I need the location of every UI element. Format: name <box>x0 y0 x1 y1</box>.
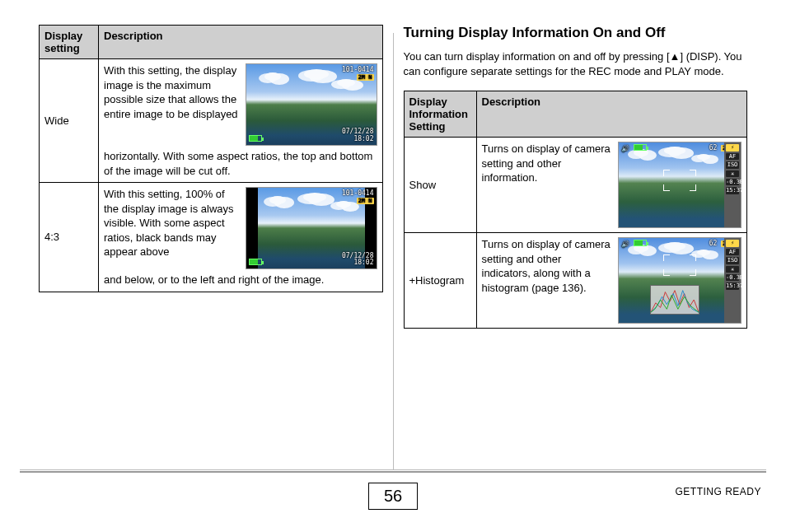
description-text: Turns on display of camera setting and o… <box>482 142 612 185</box>
description-text-rest: and below, or to the left and right of t… <box>104 273 377 287</box>
osd-right-sidebar: ⚡ AF ISO ✳ -0.3EV 15:37 <box>724 238 741 323</box>
clock-icon: 15:37 <box>726 187 739 194</box>
iso-icon: ISO <box>726 257 739 264</box>
ev-icon: -0.3EV <box>726 179 739 185</box>
left-column: Display setting Description Wide With th… <box>29 25 393 469</box>
footer-rule <box>20 469 766 473</box>
table-row: +Histogram Turns on display of camera se… <box>404 233 747 329</box>
section-heading: Turning Display Information On and Off <box>404 25 748 41</box>
example-screenshot-wide: 101-0414 2M N 07/12/28 18:02 <box>246 63 377 146</box>
osd-shots-remaining: 62 <box>709 240 718 247</box>
description-text: With this setting, the display image is … <box>104 63 239 121</box>
wb-icon: ✳ <box>726 266 739 273</box>
description-text: Turns on display of camera setting and o… <box>482 237 612 295</box>
histogram-overlay <box>650 285 699 315</box>
page-content: Display setting Description Wide With th… <box>0 0 786 469</box>
osd-size-badge: 2M N <box>357 74 374 81</box>
description-text: With this setting, 100% of the display i… <box>104 187 239 259</box>
osd-time: 18:02 <box>353 259 373 266</box>
flash-icon: ⚡ <box>726 144 739 151</box>
wb-icon: ✳ <box>726 170 739 177</box>
osd-size-badge: 2M N <box>357 198 374 204</box>
setting-cell: 4:3 <box>40 183 99 292</box>
example-screenshot-show: 🔊 62 2M N ⚡ AF ISO ✳ <box>618 142 742 228</box>
description-text-rest: horizontally. With some aspect ratios, t… <box>104 149 377 178</box>
description-cell: With this setting, 100% of the display i… <box>99 183 383 292</box>
section-label: GETTING READY <box>675 486 761 497</box>
display-setting-table: Display setting Description Wide With th… <box>39 25 383 292</box>
display-info-table: Display Information Setting Description … <box>404 91 748 329</box>
osd-file-number: 101-0414 <box>342 189 374 197</box>
setting-cell: Show <box>404 138 476 233</box>
table-row: Wide With this setting, the display imag… <box>40 59 383 183</box>
col-header-setting: Display Information Setting <box>404 91 476 138</box>
table-row: Show Turns on display of camera setting … <box>404 138 747 233</box>
clock-icon: 15:37 <box>726 282 739 289</box>
setting-cell: Wide <box>40 59 99 183</box>
iso-icon: ISO <box>726 161 739 168</box>
example-screenshot-histogram: 🔊 62 2M N ⚡ AF ISO ✳ <box>618 237 742 324</box>
col-header-description: Description <box>99 26 383 59</box>
table-row: 4:3 With this setting, 100% of the displ… <box>40 183 383 292</box>
description-cell: With this setting, the display image is … <box>99 59 383 183</box>
osd-file-number: 101-0414 <box>342 66 374 73</box>
intro-paragraph: You can turn display information on and … <box>404 49 748 79</box>
osd-time: 18:02 <box>353 135 373 142</box>
setting-cell: +Histogram <box>404 233 476 329</box>
af-icon: AF <box>726 249 739 255</box>
page-footer: 56 GETTING READY <box>20 469 766 512</box>
description-cell: Turns on display of camera setting and o… <box>476 138 747 233</box>
af-icon: AF <box>726 153 739 160</box>
flash-icon: ⚡ <box>726 240 739 246</box>
col-header-description: Description <box>476 91 747 138</box>
right-column: Turning Display Information On and Off Y… <box>394 25 758 469</box>
page-number: 56 <box>368 483 418 510</box>
col-header-setting: Display setting <box>40 26 99 59</box>
osd-right-sidebar: ⚡ AF ISO ✳ -0.3EV 15:37 <box>724 142 741 227</box>
osd-shots-remaining: 62 <box>709 144 718 152</box>
description-cell: Turns on display of camera setting and o… <box>476 233 747 329</box>
ev-icon: -0.3EV <box>726 274 739 281</box>
example-screenshot-4-3: 101-0414 2M N 07/12/28 18:02 <box>246 187 377 269</box>
